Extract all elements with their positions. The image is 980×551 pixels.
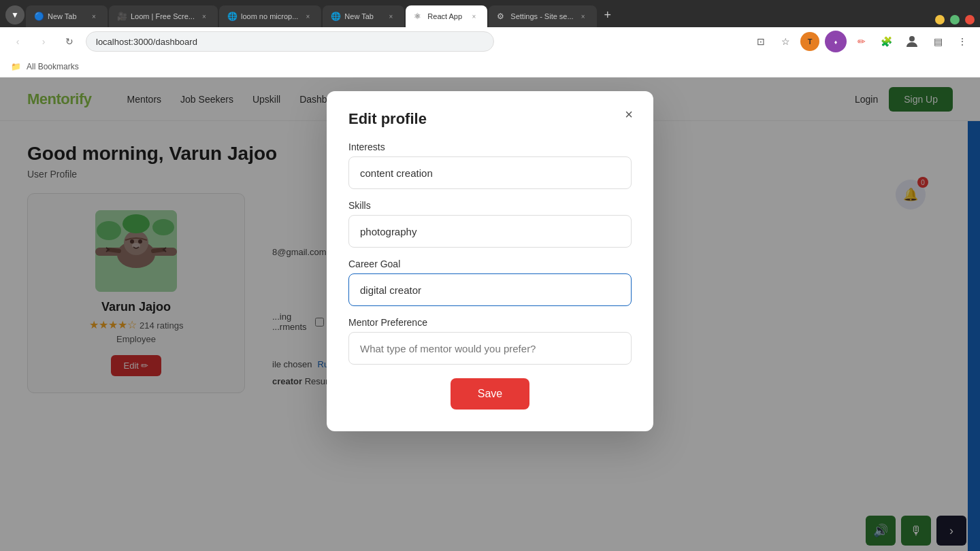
address-bar-input[interactable]	[86, 31, 494, 52]
tab-favicon-3: 🌐	[227, 12, 237, 21]
skills-label: Skills	[348, 200, 632, 211]
tab-close-6[interactable]: ×	[578, 11, 589, 22]
tab-title-2: Loom | Free Scre...	[131, 12, 195, 20]
browser-tab-2[interactable]: 🎥 Loom | Free Scre... ×	[109, 5, 218, 27]
tab-close-1[interactable]: ×	[88, 11, 99, 22]
skills-input[interactable]	[348, 215, 632, 248]
bookmarks-label: All Bookmarks	[27, 62, 79, 71]
profile-icon-2[interactable]	[901, 31, 923, 52]
edit-profile-modal: Edit profile × Interests Skills Career G…	[327, 91, 653, 431]
window-close-button[interactable]	[965, 15, 975, 24]
tab-title-1: New Tab	[48, 12, 84, 20]
career-goal-label: Career Goal	[348, 258, 632, 269]
screen-cast-icon[interactable]: ⊡	[751, 32, 770, 51]
interests-input[interactable]	[348, 156, 632, 189]
mentor-preference-group: Mentor Preference	[348, 317, 632, 365]
skills-group: Skills	[348, 200, 632, 248]
career-goal-group: Career Goal	[348, 258, 632, 306]
browser-tab-5[interactable]: ⚛ React App ×	[406, 5, 487, 27]
modal-title: Edit profile	[348, 110, 632, 128]
new-tab-button[interactable]: +	[598, 5, 617, 24]
tab-title-3: loom no microp...	[241, 12, 298, 20]
browser-tab-6[interactable]: ⚙ Settings - Site se... ×	[489, 5, 596, 27]
modal-close-button[interactable]: ×	[618, 103, 640, 125]
tab-close-4[interactable]: ×	[385, 11, 396, 22]
bookmark-star-icon[interactable]: ☆	[776, 32, 795, 51]
profile-avatar-browser-2[interactable]: ♦	[825, 31, 847, 52]
window-minimize-button[interactable]	[935, 15, 945, 24]
tab-favicon-4: 🌐	[331, 12, 340, 21]
pencil-icon-browser[interactable]: ✏	[852, 32, 871, 51]
bookmarks-folder-icon: 📁	[11, 62, 21, 71]
tab-favicon-6: ⚙	[497, 12, 506, 21]
extensions-icon[interactable]: 🧩	[877, 32, 896, 51]
browser-tab-1[interactable]: 🔵 New Tab ×	[26, 5, 108, 27]
tab-favicon-1: 🔵	[34, 12, 44, 21]
nav-forward-button[interactable]: ›	[34, 32, 53, 51]
tab-close-3[interactable]: ×	[302, 11, 313, 22]
tab-collapse-button[interactable]: ▼	[5, 5, 24, 24]
nav-reload-button[interactable]: ↻	[60, 32, 79, 51]
mentor-preference-input[interactable]	[348, 332, 632, 365]
tab-close-5[interactable]: ×	[468, 11, 479, 22]
tab-title-6: Settings - Site se...	[510, 12, 573, 20]
svg-text:♦: ♦	[834, 39, 838, 46]
modal-overlay: Edit profile × Interests Skills Career G…	[0, 78, 980, 551]
menu-icon[interactable]: ⋮	[953, 32, 972, 51]
window-maximize-button[interactable]	[950, 15, 960, 24]
interests-group: Interests	[348, 141, 632, 189]
mentor-preference-label: Mentor Preference	[348, 317, 632, 328]
save-button[interactable]: Save	[451, 378, 529, 410]
browser-tab-3[interactable]: 🌐 loom no microp... ×	[219, 5, 321, 27]
tab-close-2[interactable]: ×	[199, 11, 210, 22]
career-goal-input[interactable]	[348, 273, 632, 306]
browser-tab-4[interactable]: 🌐 New Tab ×	[323, 5, 404, 27]
nav-back-button[interactable]: ‹	[8, 32, 27, 51]
profile-avatar-browser[interactable]: T	[800, 32, 819, 51]
tab-favicon-2: 🎥	[117, 12, 127, 21]
tab-title-4: New Tab	[344, 12, 381, 20]
sidebar-toggle-icon[interactable]: ▤	[928, 32, 947, 51]
tab-favicon-5: ⚛	[414, 12, 423, 21]
interests-label: Interests	[348, 141, 632, 152]
tab-title-5: React App	[427, 12, 464, 20]
svg-point-2	[909, 36, 915, 41]
